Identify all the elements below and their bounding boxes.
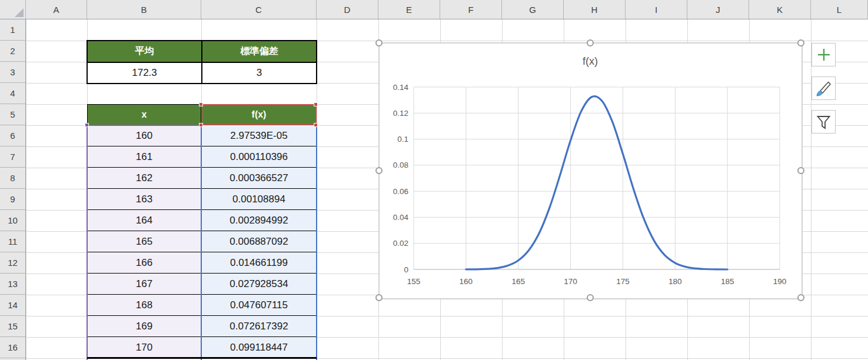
select-all-triangle-icon [15, 8, 24, 17]
chart-elements-button[interactable] [812, 43, 836, 66]
table-row: 1640.002894992 [87, 210, 317, 231]
chart-resize-handle[interactable] [375, 39, 383, 46]
x-value-cell[interactable]: 161 [87, 146, 201, 168]
row-header-16[interactable]: 16 [0, 337, 25, 358]
fx-value-cell[interactable]: 0.006887092 [201, 231, 317, 252]
x-tick-label: 190 [773, 277, 787, 286]
data-table-header-row: x f(x) [87, 104, 317, 125]
x-tick-label: 165 [511, 277, 525, 286]
column-header-J[interactable]: J [687, 0, 749, 19]
x-value-cell[interactable]: 167 [87, 274, 201, 295]
x-value-cell[interactable]: 170 [87, 337, 201, 358]
table-row: 1620.000366527 [87, 168, 317, 189]
fx-value-cell[interactable]: 0.072617392 [201, 316, 317, 337]
table-row: 1680.047607115 [87, 295, 317, 316]
chart-styles-button[interactable] [812, 76, 836, 100]
column-header-K[interactable]: K [749, 0, 811, 19]
fx-value-cell[interactable]: 0.027928534 [201, 274, 317, 295]
normal-distribution-chart[interactable]: 155160165170175180185190 0.140.120.10.08… [378, 42, 803, 299]
table-row: 1650.006887092 [87, 231, 317, 252]
brush-icon [816, 81, 832, 96]
x-tick-label: 170 [564, 277, 577, 286]
y-tick-label: 0.14 [393, 83, 409, 92]
table-row: 1690.072617392 [87, 316, 317, 337]
column-header-F[interactable]: F [440, 0, 502, 19]
stats-header-stdev-cell[interactable]: 標準偏差 [202, 41, 317, 62]
column-headers[interactable]: ABCDEFGHIJKL [0, 0, 868, 19]
row-header-4[interactable]: 4 [0, 83, 25, 104]
column-header-G[interactable]: G [502, 0, 564, 19]
chart-resize-handle[interactable] [797, 294, 804, 301]
row-header-7[interactable]: 7 [0, 146, 25, 168]
x-tick-label: 155 [407, 277, 421, 286]
select-all-button[interactable] [0, 0, 26, 19]
column-header-L[interactable]: L [811, 0, 868, 19]
stats-header-mean-cell[interactable]: 平均 [87, 41, 202, 62]
x-value-cell[interactable]: 160 [87, 125, 201, 146]
fx-value-cell[interactable]: 0.099118447 [201, 337, 317, 358]
x-column-header-cell[interactable]: x [87, 104, 201, 125]
y-tick-label: 0.02 [393, 239, 408, 248]
column-header-C[interactable]: C [201, 0, 317, 19]
row-header-2[interactable]: 2 [0, 41, 25, 62]
row-header-15[interactable]: 15 [0, 316, 25, 337]
x-value-cell[interactable]: 169 [87, 316, 201, 337]
column-header-I[interactable]: I [626, 0, 687, 19]
data-table-rows: 1602.97539E-051610.0001103961620.0003665… [87, 125, 317, 358]
row-headers[interactable]: 12345678910111213141516 [0, 19, 26, 360]
x-value-cell[interactable]: 162 [87, 168, 201, 189]
x-tick-label: 175 [616, 277, 630, 286]
x-value-cell[interactable]: 166 [87, 252, 201, 274]
x-value-cell[interactable]: 165 [87, 231, 201, 252]
data-table[interactable]: x f(x) 1602.97539E-051610.0001103961620.… [87, 104, 317, 358]
fx-value-cell[interactable]: 0.000110396 [201, 146, 317, 168]
column-header-H[interactable]: H [564, 0, 626, 19]
x-tick-label: 160 [460, 277, 473, 286]
row-header-5[interactable]: 5 [0, 104, 25, 125]
row-header-1[interactable]: 1 [0, 19, 25, 41]
chart-y-axis[interactable]: 0.140.120.10.080.060.040.020 [393, 83, 409, 274]
table-row: 1660.014661199 [87, 252, 317, 274]
fx-value-cell[interactable]: 0.014661199 [201, 252, 317, 274]
excel-worksheet[interactable]: ABCDEFGHIJKL 12345678910111213141516 平均 … [0, 0, 868, 360]
x-value-cell[interactable]: 163 [87, 189, 201, 210]
fx-value-cell[interactable]: 0.047607115 [201, 295, 317, 316]
row-header-3[interactable]: 3 [0, 62, 25, 83]
chart-filters-button[interactable] [812, 110, 836, 134]
column-header-B[interactable]: B [87, 0, 201, 19]
row-header-8[interactable]: 8 [0, 168, 25, 189]
column-header-A[interactable]: A [26, 0, 87, 19]
row-header-6[interactable]: 6 [0, 125, 25, 146]
y-tick-label: 0.1 [397, 135, 408, 144]
x-value-cell[interactable]: 164 [87, 210, 201, 231]
gridline [811, 19, 812, 360]
column-header-D[interactable]: D [317, 0, 378, 19]
fx-value-cell[interactable]: 0.002894992 [201, 210, 317, 231]
chart-resize-handle[interactable] [587, 294, 594, 301]
y-tick-label: 0.04 [393, 213, 409, 222]
column-header-E[interactable]: E [378, 0, 440, 19]
chart-resize-handle[interactable] [797, 167, 804, 174]
table-row: 1670.027928534 [87, 274, 317, 295]
chart-resize-handle[interactable] [375, 167, 383, 174]
stats-stdev-value-cell[interactable]: 3 [202, 62, 317, 84]
row-header-14[interactable]: 14 [0, 295, 25, 316]
stats-mean-value-cell[interactable]: 172.3 [87, 62, 202, 84]
row-header-11[interactable]: 11 [0, 231, 25, 252]
row-header-10[interactable]: 10 [0, 210, 25, 231]
chart-x-axis[interactable]: 155160165170175180185190 [407, 277, 787, 286]
fx-value-cell[interactable]: 2.97539E-05 [201, 125, 317, 146]
stats-table[interactable]: 平均 標準偏差 172.3 3 [87, 40, 317, 84]
chart-resize-handle[interactable] [375, 294, 383, 301]
x-value-cell[interactable]: 168 [87, 295, 201, 316]
row-header-12[interactable]: 12 [0, 252, 25, 274]
fx-column-header-cell[interactable]: f(x) [201, 104, 317, 125]
fx-value-cell[interactable]: 0.00108894 [201, 189, 317, 210]
fx-value-cell[interactable]: 0.000366527 [201, 168, 317, 189]
chart-resize-handle[interactable] [797, 39, 804, 46]
row-header-13[interactable]: 13 [0, 274, 25, 295]
table-row: 1602.97539E-05 [87, 125, 317, 146]
chart-title[interactable]: f(x) [583, 55, 598, 67]
row-header-9[interactable]: 9 [0, 189, 25, 210]
chart-resize-handle[interactable] [587, 39, 594, 46]
